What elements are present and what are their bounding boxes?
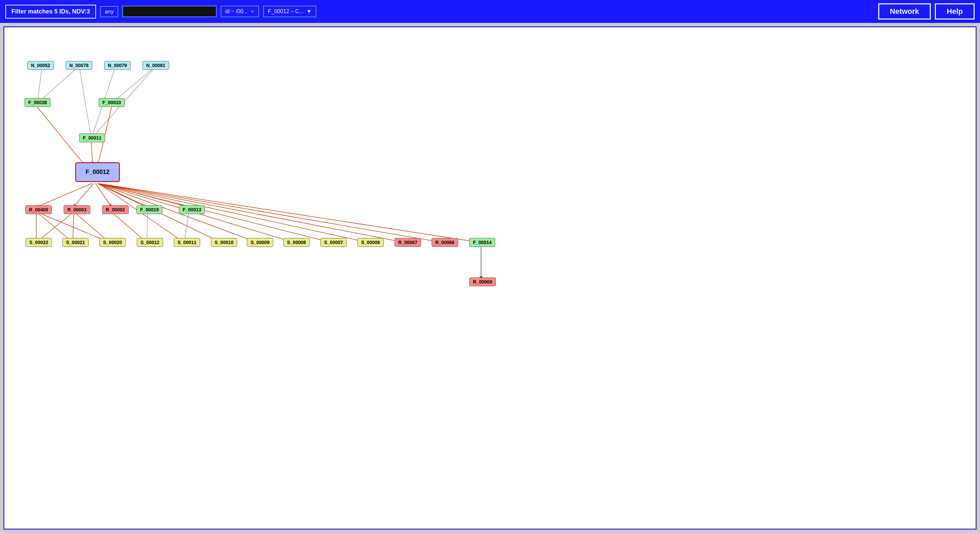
svg-line-7 [91, 143, 93, 165]
svg-line-5 [111, 66, 156, 103]
node-F_00038[interactable]: F_00038 [25, 98, 51, 107]
network-button[interactable]: Network [878, 3, 931, 19]
svg-line-0 [37, 66, 42, 103]
node-S_00011[interactable]: S_00011 [174, 238, 200, 247]
node-F_00014[interactable]: F_00014 [469, 238, 495, 247]
node-N_00078[interactable]: N_00078 [66, 61, 92, 70]
node-N_00081[interactable]: N_00081 [143, 61, 169, 70]
chevron-down-icon: ▼ [306, 8, 312, 14]
search-input[interactable] [122, 6, 216, 17]
node-S_00020[interactable]: S_00020 [99, 238, 126, 247]
node-S_00006[interactable]: S_00006 [358, 238, 384, 247]
node-S_00012[interactable]: S_00012 [137, 238, 163, 247]
node-S_00008[interactable]: S_00008 [283, 238, 310, 247]
node-F_00012[interactable]: F_00012 [75, 162, 120, 182]
help-button[interactable]: Help [935, 3, 975, 19]
node-S_00007[interactable]: S_00007 [320, 238, 347, 247]
node-S_00021[interactable]: S_00021 [62, 238, 89, 247]
node-F_00019[interactable]: F_00019 [137, 205, 162, 214]
node-filter-dropdown[interactable]: F_00012 – C... ▼ [263, 6, 317, 17]
header: Filter matches 5 IDs, NDV:3 any id ~ /00… [0, 0, 980, 23]
node-filter-label: F_00012 – C... [268, 8, 304, 14]
node-R_00002[interactable]: R_00002 [102, 205, 129, 214]
svg-line-18 [101, 184, 331, 243]
node-R_00067[interactable]: R_00067 [395, 238, 421, 247]
svg-line-2 [79, 66, 91, 139]
any-select[interactable]: any [100, 6, 118, 17]
node-R_00066[interactable]: R_00066 [431, 238, 458, 247]
node-F_00011[interactable]: F_00011 [79, 134, 105, 142]
graph-canvas: N_00052 N_00078 N_00079 N_00081 F_00038 … [3, 26, 977, 530]
node-S_00010[interactable]: S_00010 [211, 238, 237, 247]
node-N_00079[interactable]: N_00079 [104, 61, 131, 70]
id-filter-text: id ~ /00... [225, 8, 248, 14]
node-R_00069[interactable]: R_00069 [469, 278, 496, 286]
svg-line-8 [37, 107, 84, 165]
id-filter-tag[interactable]: id ~ /00... ✕ [221, 6, 259, 17]
svg-line-1 [37, 66, 79, 103]
filter-label: Filter matches 5 IDs, NDV:3 [5, 5, 96, 19]
node-S_00009[interactable]: S_00009 [247, 238, 273, 247]
id-filter-close[interactable]: ✕ [250, 9, 255, 14]
node-R_00400[interactable]: R_00400 [25, 205, 52, 214]
node-F_00013[interactable]: F_00013 [179, 205, 205, 214]
node-S_00022[interactable]: S_00022 [25, 238, 52, 247]
node-N_00052[interactable]: N_00052 [27, 61, 54, 70]
node-R_00003[interactable]: R_00003 [64, 205, 90, 214]
node-F_00010[interactable]: F_00010 [99, 98, 125, 107]
